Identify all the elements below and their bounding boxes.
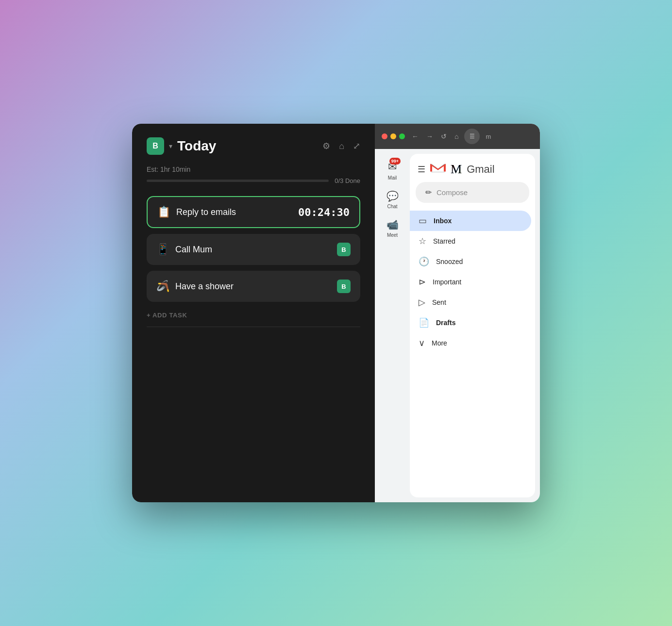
inbox-icon: ▭ <box>419 215 427 226</box>
nav-drafts[interactable]: 📄 Drafts <box>410 313 531 333</box>
gmail-content: ✉ 99+ Mail 💬 Chat 📹 Meet <box>375 149 540 502</box>
task-header-left: B ▾ Today <box>147 137 216 155</box>
sidebar-item-meet[interactable]: 📹 Meet <box>382 215 403 242</box>
gmail-logo-graphic: M <box>451 162 462 177</box>
task-card-left-3: 🪃 Have a shower <box>156 280 234 293</box>
inbox-label: Inbox <box>434 217 452 225</box>
compose-button[interactable]: ✏ Compose <box>416 182 529 203</box>
compose-pencil-icon: ✏ <box>425 188 432 197</box>
chat-icon: 💬 <box>386 190 399 202</box>
add-task-button[interactable]: + ADD TASK <box>147 312 360 319</box>
browser-home-button[interactable]: ⌂ <box>453 131 460 142</box>
sidebar-item-chat[interactable]: 💬 Chat <box>382 186 403 213</box>
dot-green[interactable] <box>399 133 405 139</box>
sidebar-item-mail[interactable]: ✉ 99+ Mail <box>383 157 402 184</box>
gmail-m-logo <box>430 162 446 177</box>
gmail-header: ☰ <box>410 154 535 182</box>
task-name-shower: Have a shower <box>175 281 234 292</box>
mail-badge: 99+ <box>389 158 401 165</box>
progress-bar <box>147 180 329 182</box>
back-button[interactable]: ← <box>410 131 420 142</box>
page-title: Today <box>177 138 216 154</box>
nav-snoozed[interactable]: 🕐 Snoozed <box>410 251 531 272</box>
expand-icon[interactable]: ⤢ <box>353 141 360 151</box>
window-container: B ▾ Today ⚙ ⌂ ⤢ Est: 1hr 10min 0/3 Done … <box>132 124 540 502</box>
chevron-down-icon[interactable]: ▾ <box>169 142 172 150</box>
task-card-shower[interactable]: 🪃 Have a shower B <box>147 271 360 302</box>
nav-inbox[interactable]: ▭ Inbox <box>410 211 531 231</box>
header-icons: ⚙ ⌂ ⤢ <box>322 141 360 151</box>
progress-container: 0/3 Done <box>147 177 360 184</box>
browser-menu-button[interactable]: ☰ <box>464 129 480 144</box>
browser-nav: ← → ↺ ⌂ ☰ m <box>410 129 533 144</box>
task-badge-call: B <box>337 243 351 256</box>
task-emoji-reply: 📋 <box>157 206 170 218</box>
divider <box>147 327 360 327</box>
nav-sent[interactable]: ▷ Sent <box>410 292 531 313</box>
dot-yellow[interactable] <box>390 133 396 139</box>
starred-icon: ☆ <box>419 236 426 247</box>
task-panel: B ▾ Today ⚙ ⌂ ⤢ Est: 1hr 10min 0/3 Done … <box>132 124 375 502</box>
meet-label: Meet <box>387 232 398 238</box>
meet-icon: 📹 <box>386 219 399 231</box>
gmail-left-sidebar: ✉ 99+ Mail 💬 Chat 📹 Meet <box>375 149 410 502</box>
task-timer-reply: 00:24:30 <box>298 206 350 218</box>
task-card-left: 📋 Reply to emails <box>157 206 236 218</box>
gmail-main: ☰ <box>410 154 535 497</box>
chat-label: Chat <box>387 204 397 209</box>
sent-icon: ▷ <box>419 297 425 308</box>
task-card-reply-emails[interactable]: 📋 Reply to emails 00:24:30 <box>147 196 360 228</box>
gmail-panel: ← → ↺ ⌂ ☰ m ✉ 99+ Mail <box>375 124 540 502</box>
browser-dots <box>382 133 405 139</box>
snoozed-label: Snoozed <box>436 258 463 265</box>
forward-button[interactable]: → <box>424 131 435 142</box>
task-name-reply: Reply to emails <box>176 207 236 217</box>
snoozed-icon: 🕐 <box>419 256 429 267</box>
dot-red[interactable] <box>382 133 387 139</box>
task-emoji-shower: 🪃 <box>156 280 169 293</box>
settings-icon[interactable]: ⚙ <box>322 141 330 151</box>
task-header: B ▾ Today ⚙ ⌂ ⤢ <box>147 137 360 155</box>
important-icon: ⊳ <box>419 277 426 287</box>
task-card-left-2: 📱 Call Mum <box>156 243 212 256</box>
estimate-label: Est: 1hr 10min <box>147 165 360 173</box>
more-chevron-icon: ∨ <box>419 338 425 348</box>
nav-important[interactable]: ⊳ Important <box>410 272 531 292</box>
home-icon[interactable]: ⌂ <box>339 141 344 151</box>
gmail-logo-text: Gmail <box>467 163 494 176</box>
nav-starred[interactable]: ☆ Starred <box>410 231 531 251</box>
compose-label: Compose <box>437 188 468 197</box>
sent-label: Sent <box>432 298 446 306</box>
progress-label: 0/3 Done <box>335 177 360 184</box>
nav-more[interactable]: ∨ More <box>410 333 531 353</box>
drafts-icon: 📄 <box>419 317 429 328</box>
drafts-label: Drafts <box>436 319 455 327</box>
app-icon[interactable]: B <box>147 137 164 155</box>
mail-icon: ✉ 99+ <box>388 161 397 173</box>
starred-label: Starred <box>433 237 455 245</box>
task-emoji-call: 📱 <box>156 243 169 256</box>
browser-bar: ← → ↺ ⌂ ☰ m <box>375 124 540 149</box>
url-text[interactable]: m <box>486 133 491 140</box>
task-badge-shower: B <box>337 280 351 293</box>
task-name-call: Call Mum <box>175 245 212 255</box>
refresh-button[interactable]: ↺ <box>439 131 449 142</box>
mail-label: Mail <box>388 175 397 181</box>
more-label: More <box>432 339 447 347</box>
gmail-menu-icon[interactable]: ☰ <box>418 164 425 175</box>
important-label: Important <box>433 278 461 286</box>
gmail-nav-list: ▭ Inbox ☆ Starred 🕐 Snoozed <box>410 209 535 497</box>
task-card-call-mum[interactable]: 📱 Call Mum B <box>147 234 360 265</box>
